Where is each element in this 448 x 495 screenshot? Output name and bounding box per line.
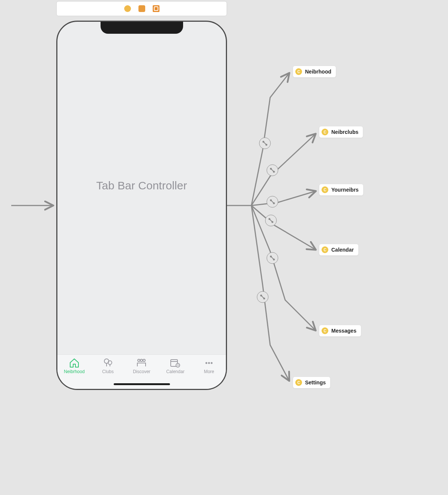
svg-point-25 bbox=[269, 218, 271, 220]
svg-point-13 bbox=[263, 141, 265, 143]
svg-point-21 bbox=[270, 200, 272, 201]
svg-point-18 bbox=[273, 171, 275, 173]
destination-calendar[interactable]: C Calendar bbox=[319, 244, 359, 256]
tab-label: More bbox=[204, 369, 214, 374]
svg-point-33 bbox=[260, 295, 262, 297]
svg-point-2 bbox=[138, 359, 140, 362]
svg-line-19 bbox=[271, 169, 274, 172]
viewcontroller-icon: C bbox=[295, 379, 302, 386]
home-indicator bbox=[114, 383, 170, 385]
tab-discover[interactable]: Discover bbox=[125, 358, 159, 374]
svg-point-32 bbox=[257, 291, 268, 303]
house-icon bbox=[69, 358, 80, 368]
scene-toolbar bbox=[56, 1, 227, 16]
svg-point-7 bbox=[206, 362, 207, 364]
tab-label: Discover bbox=[133, 369, 150, 374]
destination-label: Messages bbox=[331, 328, 356, 334]
destination-neibrclubs[interactable]: C Neibrclubs bbox=[319, 126, 363, 138]
svg-point-24 bbox=[265, 215, 277, 226]
svg-line-31 bbox=[271, 256, 274, 260]
svg-point-20 bbox=[267, 196, 278, 207]
tab-label: Clubs bbox=[102, 369, 114, 374]
destination-yourneibrs[interactable]: C Yourneibrs bbox=[319, 184, 364, 196]
more-icon bbox=[203, 358, 215, 368]
tab-label: Calendar bbox=[166, 369, 185, 374]
svg-point-3 bbox=[140, 359, 143, 362]
phone-notch bbox=[101, 22, 183, 34]
svg-point-22 bbox=[273, 202, 275, 204]
svg-point-30 bbox=[273, 259, 275, 261]
svg-point-17 bbox=[270, 168, 272, 170]
svg-line-23 bbox=[271, 200, 274, 203]
svg-point-34 bbox=[263, 298, 265, 300]
svg-point-26 bbox=[272, 221, 274, 223]
tab-calendar[interactable]: Calendar bbox=[158, 358, 192, 374]
destination-label: Neibrclubs bbox=[331, 129, 358, 135]
svg-line-15 bbox=[263, 142, 266, 145]
viewcontroller-icon: C bbox=[322, 186, 328, 193]
toolbar-object-icon[interactable] bbox=[138, 5, 145, 12]
svg-point-28 bbox=[267, 252, 278, 264]
tab-more[interactable]: More bbox=[192, 358, 226, 374]
tab-label: Neibrhood bbox=[64, 369, 84, 374]
viewcontroller-icon: C bbox=[295, 68, 302, 75]
viewcontroller-icon: C bbox=[322, 246, 328, 253]
viewcontroller-icon: C bbox=[322, 129, 328, 135]
tab-clubs[interactable]: Clubs bbox=[91, 358, 125, 374]
phone-frame: Tab Bar Controller Neibrhood Clubs Disco… bbox=[56, 21, 227, 390]
viewcontroller-icon: C bbox=[322, 327, 328, 334]
svg-point-12 bbox=[259, 138, 271, 149]
destination-messages[interactable]: C Messages bbox=[319, 325, 361, 337]
destination-label: Calendar bbox=[331, 247, 354, 253]
toolbar-scene-icon[interactable] bbox=[124, 5, 131, 12]
destination-label: Yourneibrs bbox=[331, 187, 359, 193]
svg-point-4 bbox=[143, 359, 145, 362]
svg-point-29 bbox=[270, 256, 272, 258]
destination-settings[interactable]: C Settings bbox=[293, 376, 331, 388]
toolbar-exit-icon[interactable] bbox=[153, 5, 159, 12]
tab-neibrhood[interactable]: Neibrhood bbox=[57, 358, 91, 374]
svg-line-35 bbox=[261, 296, 264, 298]
scene-title: Tab Bar Controller bbox=[57, 179, 226, 192]
svg-point-16 bbox=[267, 165, 278, 176]
tree-group-icon bbox=[102, 358, 114, 368]
svg-point-8 bbox=[208, 362, 210, 364]
destination-neibrhood[interactable]: C Neibrhood bbox=[293, 66, 336, 78]
destination-label: Neibrhood bbox=[305, 69, 331, 75]
destination-label: Settings bbox=[305, 380, 326, 386]
svg-line-27 bbox=[269, 219, 272, 222]
people-icon bbox=[136, 358, 147, 368]
calendar-clock-icon bbox=[170, 358, 181, 368]
svg-point-9 bbox=[211, 362, 213, 364]
svg-point-14 bbox=[266, 144, 268, 146]
